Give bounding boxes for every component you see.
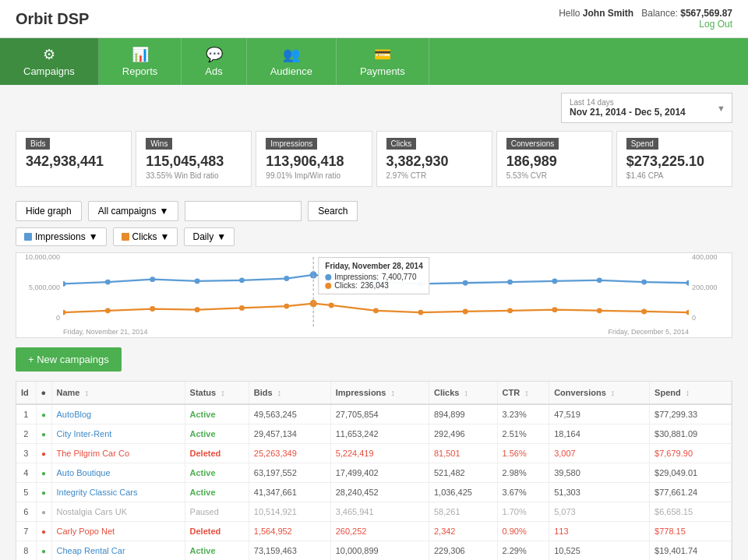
nav-label-payments: Payments [360,65,405,77]
stat-box-impressions: Impressions113,906,41899.01% Imp/Win rat… [256,131,372,187]
campaigns-icon: ⚙ [43,46,55,63]
svg-point-13 [597,277,602,283]
cell-clicks: 894,899 [429,404,497,424]
cell-name[interactable]: City Inter-Rent [51,424,185,444]
daily-filter-label: Daily [192,231,213,242]
cell-clicks: 292,496 [429,424,497,444]
cell-spend: $30,881.09 [650,424,732,444]
col-conversions[interactable]: Conversions ↕ [549,382,650,404]
col-clicks[interactable]: Clicks ↕ [429,382,497,404]
col-impressions[interactable]: Impressions ↕ [330,382,429,404]
cell-name[interactable]: Carly Popo Net [51,522,185,541]
cell-id: 4 [16,463,36,483]
search-input[interactable] [185,201,302,221]
search-button[interactable]: Search [308,201,358,221]
cell-name[interactable]: AutoBlog [51,404,185,424]
audience-icon: 👥 [283,46,300,63]
logout-button[interactable]: Log Out [559,19,732,30]
nav-label-campaigns: Campaigns [23,65,75,77]
svg-point-18 [150,306,155,312]
cell-name[interactable]: Integrity Classic Cars [51,483,185,502]
cell-spend: $29,049.01 [650,463,732,483]
cell-dot: ● [36,522,51,541]
svg-point-9 [418,281,423,287]
date-selector[interactable]: Last 14 days Nov 21, 2014 - Dec 5, 2014 … [561,93,732,123]
hide-graph-button[interactable]: Hide graph [16,201,82,221]
cell-bids: 41,347,661 [249,483,330,502]
nav-item-ads[interactable]: 💬 Ads [182,38,246,85]
ads-icon: 💬 [206,46,223,63]
chart-area: Friday, November 28, 2014 Impressions: 7… [16,252,732,338]
x-label-left: Friday, November 21, 2014 [63,328,147,336]
cell-dot: ● [36,404,51,424]
svg-point-7 [329,274,334,280]
cell-status: Active [185,483,249,502]
stat-box-conversions: Conversions186,9895.53% CVR [496,131,612,187]
impressions-filter-label: Impressions [35,231,86,242]
nav-item-campaigns[interactable]: ⚙ Campaigns [0,38,99,85]
nav-item-payments[interactable]: 💳 Payments [337,38,429,85]
nav-item-audience[interactable]: 👥 Audience [247,38,337,85]
col-name[interactable]: Name ↕ [51,382,185,404]
svg-point-31 [686,310,689,315]
user-info: Hello John Smith Balance: $567,569.87 Lo… [559,8,732,30]
cell-spend: $7,679.90 [650,444,732,463]
cell-impressions: 17,499,402 [330,463,429,483]
svg-point-2 [150,276,155,282]
cell-name[interactable]: Auto Boutique [51,463,185,483]
table-row: 6 ● Nostalgia Cars UK Paused 10,514,921 … [16,502,732,522]
svg-point-1 [105,280,111,285]
chart-y-right: 400,000 200,000 0 [689,253,732,322]
clicks-filter-button[interactable]: Clicks ▼ [113,227,178,246]
payments-icon: 💳 [374,46,391,63]
all-campaigns-button[interactable]: All campaigns ▼ [88,201,179,221]
col-spend[interactable]: Spend ↕ [650,382,732,404]
svg-point-15 [686,280,689,286]
svg-point-26 [463,309,468,315]
col-status[interactable]: Status ↕ [185,382,249,404]
cell-bids: 49,563,245 [249,404,330,424]
cell-name[interactable]: Cheap Rental Car [51,541,185,561]
filter-row: Impressions ▼ Clicks ▼ Daily ▼ [0,227,748,252]
cell-spend: $778.15 [650,522,732,541]
table-row: 8 ● Cheap Rental Car Active 73,159,463 1… [16,541,732,561]
x-label-right: Friday, December 5, 2014 [609,328,689,336]
nav-item-reports[interactable]: 📊 Reports [99,38,182,85]
impressions-filter-button[interactable]: Impressions ▼ [16,227,107,246]
new-campaign-button[interactable]: + New campaings [16,347,122,372]
user-name: John Smith [583,8,633,19]
cell-name[interactable]: Nostalgia Cars UK [51,502,185,522]
cell-impressions: 10,000,899 [330,541,429,561]
cell-impressions: 11,653,242 [330,424,429,444]
cell-status: Active [185,463,249,483]
cell-impressions: 3,465,941 [330,502,429,522]
table-row: 2 ● City Inter-Rent Active 29,457,134 11… [16,424,732,444]
col-ctr[interactable]: CTR ↕ [497,382,549,404]
cell-conversions: 113 [549,522,650,541]
cell-status: Deleted [185,522,249,541]
cell-status: Active [185,424,249,444]
cell-dot: ● [36,463,51,483]
cell-ctr: 2.51% [497,424,549,444]
table-row: 7 ● Carly Popo Net Deleted 1,564,952 260… [16,522,732,541]
reports-icon: 📊 [132,46,149,63]
cell-name[interactable]: The Pilgrim Car Co [51,444,185,463]
svg-point-5 [284,276,289,281]
clicks-filter-label: Clicks [132,231,157,242]
stat-box-bids: Bids342,938,441 [16,131,132,187]
cell-id: 7 [16,522,36,541]
daily-filter-button[interactable]: Daily ▼ [184,227,235,246]
stat-box-wins: Wins115,045,48333.55% Win Bid ratio [136,131,252,187]
date-value: Nov 21, 2014 - Dec 5, 2014 [570,107,686,118]
cell-id: 1 [16,404,36,424]
svg-point-21 [284,304,289,309]
cell-spend: $77,661.24 [650,483,732,502]
new-campaign-row: + New campaings [0,338,748,381]
cell-ctr: 1.56% [497,444,549,463]
svg-point-28 [552,307,557,312]
cell-bids: 1,564,952 [249,522,330,541]
cell-ctr: 3.67% [497,483,549,502]
col-bids[interactable]: Bids ↕ [249,382,330,404]
daily-dropdown-icon: ▼ [217,231,226,242]
cell-impressions: 28,240,452 [330,483,429,502]
